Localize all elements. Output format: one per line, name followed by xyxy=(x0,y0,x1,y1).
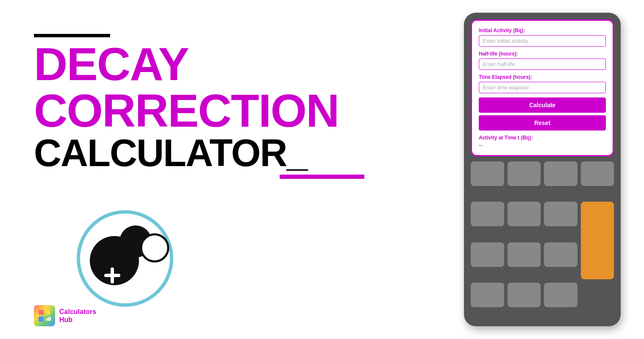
calculator-body: Initial Activity (Bq): Half-life (hours)… xyxy=(464,13,621,326)
svg-point-3 xyxy=(141,234,168,261)
title-line3: CALCULATOR_ xyxy=(34,134,432,172)
title-line2: CORRECTION xyxy=(34,87,432,134)
logo-icon xyxy=(34,305,55,326)
svg-rect-7 xyxy=(45,310,50,315)
key-1[interactable] xyxy=(471,161,504,186)
svg-rect-10 xyxy=(46,318,47,321)
svg-rect-12 xyxy=(50,317,51,321)
halflife-label: Half-life (hours): xyxy=(479,51,606,57)
key-12[interactable] xyxy=(508,283,541,307)
initial-activity-label: Initial Activity (Bq): xyxy=(479,28,606,33)
key-9[interactable] xyxy=(508,242,541,267)
key-2[interactable] xyxy=(508,161,541,186)
calculate-button[interactable]: Calculate xyxy=(479,97,606,113)
reset-button[interactable]: Reset xyxy=(479,115,606,131)
atom-illustration xyxy=(68,203,186,314)
key-6[interactable] xyxy=(508,202,541,226)
title-line1: DECAY xyxy=(34,41,432,87)
title-underline-purple xyxy=(280,175,364,179)
svg-rect-11 xyxy=(48,317,49,321)
key-13[interactable] xyxy=(544,283,577,307)
left-section: DECAY CORRECTION CALCULATOR_ xyxy=(0,0,458,339)
initial-activity-input[interactable] xyxy=(479,35,606,47)
initial-activity-group: Initial Activity (Bq): xyxy=(479,28,606,47)
time-elapsed-label: Time Elapsed (hours): xyxy=(479,74,606,80)
title-block: DECAY CORRECTION CALCULATOR_ xyxy=(34,34,432,179)
logo-text: Calculators Hub xyxy=(59,308,96,324)
calculator-screen: Initial Activity (Bq): Half-life (hours)… xyxy=(471,19,614,156)
svg-rect-8 xyxy=(39,317,44,322)
key-7[interactable] xyxy=(544,202,577,226)
key-4[interactable] xyxy=(581,161,614,186)
logo-area: Calculators Hub xyxy=(34,305,96,326)
calculator-keypad xyxy=(471,161,614,320)
key-5[interactable] xyxy=(471,202,504,226)
key-11[interactable] xyxy=(471,283,504,307)
result-label: Activity at Time t (Bq): xyxy=(479,135,606,141)
key-orange[interactable] xyxy=(581,202,614,279)
key-8[interactable] xyxy=(471,242,504,267)
result-value: -- xyxy=(479,142,606,148)
svg-rect-6 xyxy=(39,310,44,315)
logo-line1: Calculators xyxy=(59,308,96,315)
time-elapsed-input[interactable] xyxy=(479,82,606,93)
key-10[interactable] xyxy=(544,242,577,267)
time-elapsed-group: Time Elapsed (hours): xyxy=(479,74,606,93)
logo-line2: Hub xyxy=(59,316,72,323)
key-3[interactable] xyxy=(544,161,577,186)
halflife-input[interactable] xyxy=(479,58,606,70)
title-bar-black xyxy=(34,34,110,37)
right-section: Initial Activity (Bq): Half-life (hours)… xyxy=(458,0,644,339)
halflife-group: Half-life (hours): xyxy=(479,51,606,70)
